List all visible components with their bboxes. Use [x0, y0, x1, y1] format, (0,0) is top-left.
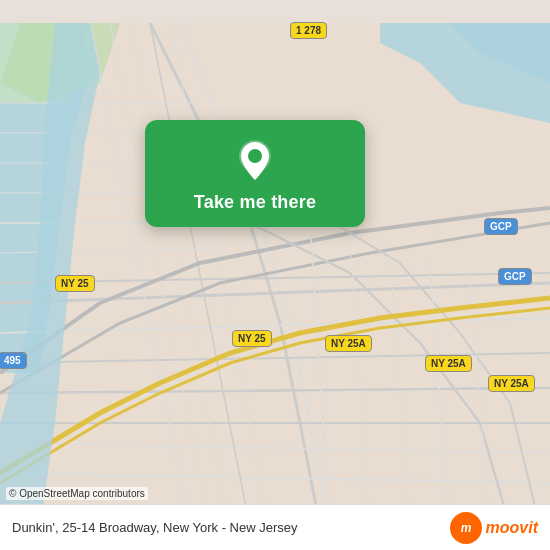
badge-ny25-left: NY 25	[55, 275, 95, 292]
badge-ny25a-2: NY 25A	[425, 355, 472, 372]
moovit-logo: m moovit	[450, 512, 538, 544]
map-container: 1 278 NY 25 NY 25 NY 25A NY 25A NY 25A G…	[0, 0, 550, 550]
badge-ny25a-3: NY 25A	[488, 375, 535, 392]
svg-text:m: m	[460, 521, 471, 535]
bottom-bar: Dunkin', 25-14 Broadway, New York - New …	[0, 504, 550, 550]
osm-attribution: © OpenStreetMap contributors	[6, 487, 148, 500]
badge-ny25-center: NY 25	[232, 330, 272, 347]
location-pin-icon	[231, 136, 279, 184]
badge-495: 495	[0, 352, 27, 369]
svg-point-27	[248, 149, 262, 163]
location-text: Dunkin', 25-14 Broadway, New York - New …	[12, 520, 450, 535]
badge-278: 1 278	[290, 22, 327, 39]
moovit-icon: m	[450, 512, 482, 544]
moovit-text: moovit	[486, 519, 538, 537]
take-me-card: Take me there	[145, 120, 365, 227]
badge-gcp-1: GCP	[484, 218, 518, 235]
badge-ny25a-1: NY 25A	[325, 335, 372, 352]
take-me-there-button[interactable]: Take me there	[194, 192, 316, 213]
badge-gcp-2: GCP	[498, 268, 532, 285]
